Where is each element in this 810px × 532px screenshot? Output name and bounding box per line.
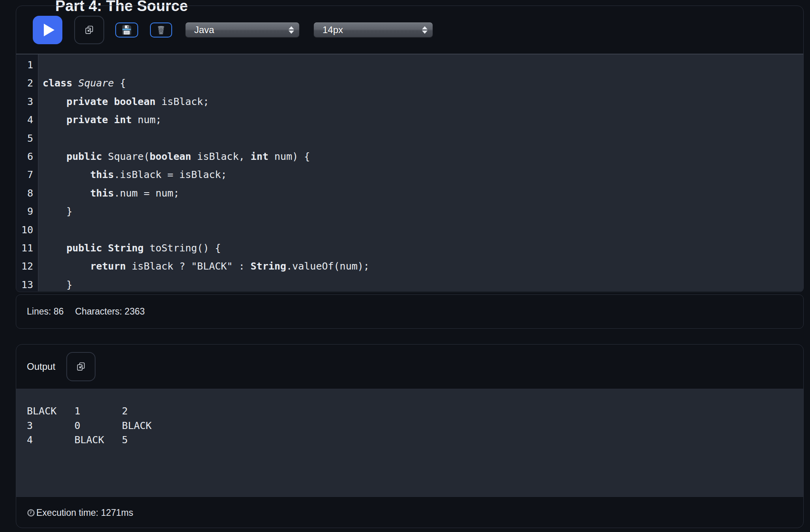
fontsize-select-value: 14px <box>322 24 343 36</box>
line-number: 3 <box>16 93 38 111</box>
code-line: return isBlack ? "BLACK" : String.valueO… <box>43 257 803 275</box>
delete-button[interactable] <box>150 22 172 37</box>
code-line: public Square(boolean isBlack, int num) … <box>43 148 803 166</box>
characters-count: Characters: 2363 <box>75 306 144 317</box>
line-number: 2 <box>16 74 38 92</box>
output-label: Output <box>27 361 55 372</box>
copy-output-button[interactable] <box>66 352 96 381</box>
line-number: 11 <box>16 239 38 257</box>
line-number: 12 <box>16 257 38 275</box>
clock-icon <box>26 508 36 517</box>
run-button[interactable] <box>33 16 62 44</box>
line-number: 13 <box>16 276 38 291</box>
code-lines[interactable]: class Square { private boolean isBlack; … <box>39 54 803 291</box>
line-number: 4 <box>16 111 38 129</box>
code-line <box>43 129 803 148</box>
code-line: } <box>43 202 803 221</box>
line-number-gutter: 12345678910111213 <box>16 54 39 291</box>
code-line: this.isBlack = isBlack; <box>43 166 803 184</box>
line-number: 9 <box>16 202 38 221</box>
output-content: BLACK 1 2 3 0 BLACK 4 BLACK 5 <box>16 389 803 496</box>
code-line: private boolean isBlack; <box>43 93 803 111</box>
lines-count: Lines: 86 <box>27 306 64 317</box>
trash-icon <box>155 24 167 36</box>
save-button[interactable] <box>115 22 138 37</box>
copy-code-button[interactable] <box>74 16 104 44</box>
execution-time: Execution time: 1271ms <box>36 508 133 518</box>
status-bar: Lines: 86 Characters: 2363 <box>16 294 804 329</box>
editor-panel: Java 14px 12345678910111213 class Square… <box>16 6 804 292</box>
code-line: private int num; <box>43 111 803 129</box>
copy-icon <box>76 362 86 372</box>
output-header: Output <box>16 345 803 389</box>
line-number: 5 <box>16 129 38 148</box>
output-panel: Output BLACK 1 2 3 0 BLACK 4 BLACK 5 Exe… <box>16 344 804 528</box>
line-number: 6 <box>16 148 38 166</box>
output-footer: Execution time: 1271ms <box>16 496 803 528</box>
copy-icon <box>84 25 94 35</box>
code-line: this.num = num; <box>43 184 803 202</box>
play-icon <box>44 24 54 36</box>
code-editor[interactable]: 12345678910111213 class Square { private… <box>16 54 803 291</box>
select-arrows-icon <box>422 26 428 34</box>
code-line: public String toString() { <box>43 239 803 257</box>
line-number: 8 <box>16 184 38 202</box>
code-line: } <box>43 276 803 291</box>
select-arrows-icon <box>289 26 294 34</box>
fontsize-select[interactable]: 14px <box>314 22 433 37</box>
floppy-disk-icon <box>121 24 133 36</box>
line-number: 7 <box>16 166 38 184</box>
line-number: 10 <box>16 221 38 239</box>
code-line: class Square { <box>43 74 803 92</box>
language-select-value: Java <box>194 24 214 36</box>
output-text: BLACK 1 2 3 0 BLACK 4 BLACK 5 <box>27 404 803 448</box>
code-line <box>43 221 803 239</box>
language-select[interactable]: Java <box>186 22 299 37</box>
toolbar: Java 14px <box>16 6 803 54</box>
code-line <box>43 56 803 74</box>
line-number: 1 <box>16 56 38 74</box>
